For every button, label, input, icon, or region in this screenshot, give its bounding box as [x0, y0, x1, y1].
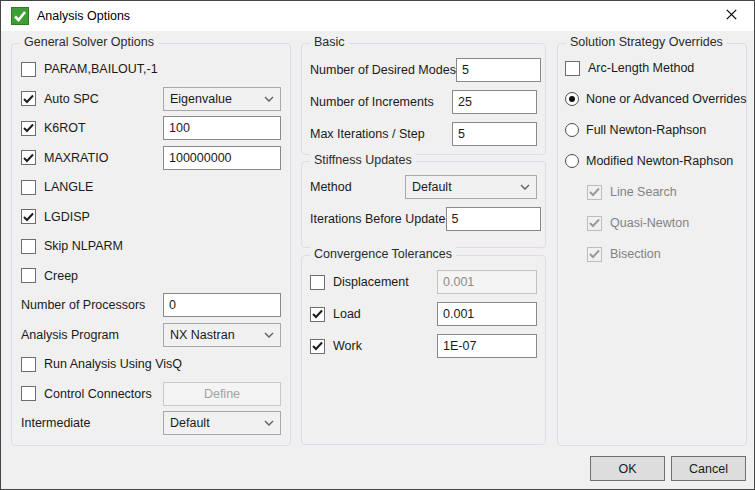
modified-newton-raphson-radio[interactable]	[565, 154, 579, 168]
row-increments: Number of Increments	[310, 90, 537, 114]
group-basic: Basic Number of Desired Modes Number of …	[301, 43, 546, 155]
full-newton-raphson-radio[interactable]	[565, 123, 579, 137]
param-bailout-label: PARAM,BAILOUT,-1	[44, 62, 158, 76]
displacement-label: Displacement	[333, 275, 409, 289]
define-button: Define	[163, 382, 281, 406]
group-convergence-tolerances: Convergence Tolerances Displacement Load	[301, 255, 546, 445]
iterations-before-update-label: Iterations Before Update	[310, 212, 446, 226]
row-num-processors: Number of Processors	[21, 293, 281, 317]
param-bailout-checkbox[interactable]	[21, 62, 36, 77]
radio-row-full-newton-raphson: Full Newton-Raphson	[565, 120, 739, 140]
chevron-down-icon	[264, 420, 274, 426]
intermediate-value: Default	[170, 416, 260, 430]
radio-row-none-or-advanced: None or Advanced Overrides	[565, 89, 739, 109]
row-max-iterations: Max Iterations / Step	[310, 122, 537, 146]
run-visq-label: Run Analysis Using VisQ	[44, 357, 182, 371]
modified-newton-raphson-label: Modified Newton-Raphson	[586, 154, 733, 168]
langle-checkbox[interactable]	[21, 180, 36, 195]
skip-nlparm-checkbox[interactable]	[21, 239, 36, 254]
bisection-checkbox	[587, 247, 602, 262]
row-bisection: Bisection	[587, 244, 739, 264]
green-check-icon	[11, 7, 29, 25]
k6rot-input[interactable]	[163, 116, 281, 140]
maxratio-input[interactable]	[163, 146, 281, 170]
window-title: Analysis Options	[37, 9, 130, 23]
row-maxratio: MAXRATIO	[21, 146, 281, 170]
k6rot-label: K6ROT	[44, 121, 86, 135]
line-search-label: Line Search	[610, 185, 677, 199]
k6rot-checkbox[interactable]	[21, 121, 36, 136]
row-intermediate: Intermediate Default	[21, 411, 281, 435]
intermediate-select[interactable]: Default	[163, 411, 281, 435]
title-bar: Analysis Options	[1, 1, 754, 31]
control-connectors-checkbox[interactable]	[21, 386, 36, 401]
chevron-down-icon	[264, 96, 274, 102]
none-or-advanced-label: None or Advanced Overrides	[586, 92, 747, 106]
ok-button[interactable]: OK	[590, 456, 665, 481]
method-select[interactable]: Default	[405, 175, 537, 199]
chevron-down-icon	[520, 184, 530, 190]
load-label: Load	[333, 307, 361, 321]
row-auto-spc: Auto SPC Eigenvalue	[21, 87, 281, 111]
load-input[interactable]	[437, 302, 537, 326]
close-icon	[726, 8, 737, 23]
row-skip-nlparm: Skip NLPARM	[21, 234, 281, 258]
iterations-before-update-input[interactable]	[446, 207, 541, 231]
auto-spc-checkbox[interactable]	[21, 91, 36, 106]
close-button[interactable]	[709, 1, 754, 30]
row-load: Load	[310, 302, 537, 326]
desired-modes-input[interactable]	[456, 58, 541, 82]
method-label: Method	[310, 180, 352, 194]
row-work: Work	[310, 334, 537, 358]
quasi-newton-checkbox	[587, 216, 602, 231]
row-line-search: Line Search	[587, 182, 739, 202]
analysis-program-select[interactable]: NX Nastran	[163, 323, 281, 347]
intermediate-label: Intermediate	[21, 416, 90, 430]
load-checkbox[interactable]	[310, 307, 325, 322]
run-visq-checkbox[interactable]	[21, 357, 36, 372]
method-value: Default	[412, 180, 516, 194]
row-displacement: Displacement	[310, 270, 537, 294]
row-arc-length: Arc-Length Method	[565, 58, 739, 78]
group-solution-strategy-overrides: Solution Strategy Overrides Arc-Length M…	[557, 43, 747, 446]
creep-checkbox[interactable]	[21, 268, 36, 283]
row-method: Method Default	[310, 175, 537, 199]
maxratio-label: MAXRATIO	[44, 151, 108, 165]
row-run-visq: Run Analysis Using VisQ	[21, 352, 281, 376]
line-search-checkbox	[587, 185, 602, 200]
maxratio-checkbox[interactable]	[21, 150, 36, 165]
displacement-input	[437, 270, 537, 294]
group-general-solver-options: General Solver Options PARAM,BAILOUT,-1 …	[11, 43, 291, 446]
analysis-options-dialog: Analysis Options General Solver Options …	[0, 0, 755, 490]
work-input[interactable]	[437, 334, 537, 358]
analysis-program-value: NX Nastran	[170, 328, 260, 342]
desired-modes-label: Number of Desired Modes	[310, 63, 456, 77]
auto-spc-label: Auto SPC	[44, 92, 99, 106]
auto-spc-select[interactable]: Eigenvalue	[163, 87, 281, 111]
row-langle: LANGLE	[21, 175, 281, 199]
work-label: Work	[333, 339, 362, 353]
none-or-advanced-radio[interactable]	[565, 92, 579, 106]
skip-nlparm-label: Skip NLPARM	[44, 239, 123, 253]
lgdisp-checkbox[interactable]	[21, 209, 36, 224]
max-iterations-label: Max Iterations / Step	[310, 127, 425, 141]
langle-label: LANGLE	[44, 180, 93, 194]
num-processors-input[interactable]	[163, 293, 281, 317]
cancel-button[interactable]: Cancel	[671, 456, 746, 481]
auto-spc-value: Eigenvalue	[170, 92, 260, 106]
control-connectors-label: Control Connectors	[44, 387, 152, 401]
quasi-newton-label: Quasi-Newton	[610, 216, 689, 230]
displacement-checkbox[interactable]	[310, 275, 325, 290]
row-lgdisp: LGDISP	[21, 205, 281, 229]
increments-input[interactable]	[452, 90, 537, 114]
row-analysis-program: Analysis Program NX Nastran	[21, 323, 281, 347]
row-k6rot: K6ROT	[21, 116, 281, 140]
creep-label: Creep	[44, 269, 78, 283]
row-control-connectors: Control Connectors Define	[21, 382, 281, 406]
row-iterations-before-update: Iterations Before Update	[310, 207, 537, 231]
chevron-down-icon	[264, 332, 274, 338]
work-checkbox[interactable]	[310, 339, 325, 354]
max-iterations-input[interactable]	[452, 122, 537, 146]
arc-length-checkbox[interactable]	[565, 61, 580, 76]
row-param-bailout: PARAM,BAILOUT,-1	[21, 57, 281, 81]
